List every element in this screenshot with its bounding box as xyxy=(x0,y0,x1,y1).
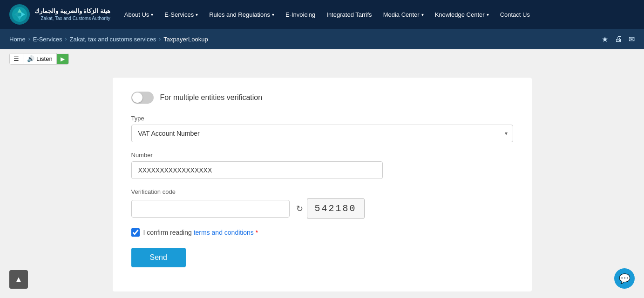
chevron-down-icon: ▾ xyxy=(272,12,274,17)
nav-integrated-tarrifs[interactable]: Integrated Tarrifs xyxy=(322,7,376,22)
chat-icon: 💬 xyxy=(619,273,630,284)
multiple-entities-toggle[interactable] xyxy=(131,92,154,104)
speaker-icon: 🔊 xyxy=(27,55,34,62)
nav-rules-regulations[interactable]: Rules and Regulations ▾ xyxy=(204,7,279,22)
bookmark-icon[interactable]: ★ xyxy=(602,35,608,44)
verification-field-group: Verification code ↻ 542180 xyxy=(131,188,513,219)
nav-contact-us[interactable]: Contact Us xyxy=(495,7,535,22)
required-star: * xyxy=(256,229,258,236)
breadcrumb-sep: › xyxy=(65,36,67,42)
logo-english: Zakat, Tax and Customs Authority xyxy=(34,15,110,22)
header: هيئة الزكاة والضريبة والجمارك Zakat, Tax… xyxy=(0,0,644,49)
menu-icon: ☰ xyxy=(14,55,19,62)
verification-row: ↻ 542180 xyxy=(131,198,513,219)
menu-button[interactable]: ☰ xyxy=(10,53,23,64)
type-select[interactable]: VAT Account NumberNational IDCR Number xyxy=(131,125,513,142)
send-button[interactable]: Send xyxy=(131,248,186,267)
listen-label: Listen xyxy=(36,55,53,62)
breadcrumb-taxpayer-lookup: TaxpayerLookup xyxy=(163,36,208,43)
chat-button[interactable]: 💬 xyxy=(614,268,635,289)
verification-label: Verification code xyxy=(131,188,513,195)
chevron-down-icon: ▾ xyxy=(421,12,424,17)
breadcrumb-bar: Home › E-Services › Zakat, tax and custo… xyxy=(0,29,644,49)
logo-area: هيئة الزكاة والضريبة والجمارك Zakat, Tax… xyxy=(9,4,110,25)
chevron-down-icon: ▾ xyxy=(196,12,198,17)
logo-arabic: هيئة الزكاة والضريبة والجمارك xyxy=(34,7,110,15)
accessibility-bar: ☰ 🔊 Listen ▶ xyxy=(0,49,644,68)
nav-media-center[interactable]: Media Center ▾ xyxy=(379,7,428,22)
terms-checkbox[interactable] xyxy=(131,228,140,237)
breadcrumb-zakat-services[interactable]: Zakat, tax and customs services xyxy=(70,36,156,43)
toggle-knob xyxy=(132,93,142,103)
header-action-icons: ★ 🖨 ✉ xyxy=(602,35,635,44)
nav-e-services[interactable]: E-Services ▾ xyxy=(160,7,203,22)
logo-text: هيئة الزكاة والضريبة والجمارك Zakat, Tax… xyxy=(34,7,110,22)
play-icon: ▶ xyxy=(61,56,65,62)
toggle-label: For multiple entities verification xyxy=(160,93,263,102)
scroll-to-top-button[interactable]: ▲ xyxy=(9,270,28,289)
logo-icon xyxy=(9,4,30,25)
chevron-down-icon: ▾ xyxy=(487,12,489,17)
terms-link[interactable]: terms and conditions xyxy=(194,229,254,236)
main-nav: About Us ▾ E-Services ▾ Rules and Regula… xyxy=(120,7,635,22)
number-field-group: Number xyxy=(131,152,513,179)
verification-input[interactable] xyxy=(131,200,290,218)
refresh-captcha-button[interactable]: ↻ xyxy=(296,204,303,214)
print-icon[interactable]: 🖨 xyxy=(615,35,622,43)
form-card: For multiple entities verification Type … xyxy=(113,78,532,291)
captcha-area: ↻ 542180 xyxy=(296,198,365,219)
email-icon[interactable]: ✉ xyxy=(629,35,635,44)
breadcrumb-sep: › xyxy=(28,36,30,42)
number-label: Number xyxy=(131,152,513,159)
main-content: For multiple entities verification Type … xyxy=(0,68,644,298)
breadcrumb-sep: › xyxy=(159,36,161,42)
checkbox-row: I confirm reading terms and conditions * xyxy=(131,228,513,237)
type-field-group: Type VAT Account NumberNational IDCR Num… xyxy=(131,115,513,142)
nav-e-invoicing[interactable]: E-Invoicing xyxy=(281,7,320,22)
captcha-display: 542180 xyxy=(307,198,365,219)
toggle-row: For multiple entities verification xyxy=(131,92,513,104)
play-button[interactable]: ▶ xyxy=(57,54,68,64)
chevron-down-icon: ▾ xyxy=(151,12,153,17)
checkbox-label: I confirm reading terms and conditions * xyxy=(143,229,258,236)
breadcrumb-home[interactable]: Home xyxy=(9,36,26,43)
type-select-wrapper: VAT Account NumberNational IDCR Number ▾ xyxy=(131,125,513,142)
nav-knowledge-center[interactable]: Knowledge Center ▾ xyxy=(430,7,494,22)
accessibility-widget: ☰ 🔊 Listen ▶ xyxy=(9,53,69,65)
listen-button[interactable]: 🔊 Listen xyxy=(23,53,57,64)
type-label: Type xyxy=(131,115,513,122)
breadcrumb: Home › E-Services › Zakat, tax and custo… xyxy=(9,36,208,43)
nav-about-us[interactable]: About Us ▾ xyxy=(120,7,158,22)
number-input[interactable] xyxy=(131,161,383,179)
breadcrumb-e-services[interactable]: E-Services xyxy=(33,36,62,43)
